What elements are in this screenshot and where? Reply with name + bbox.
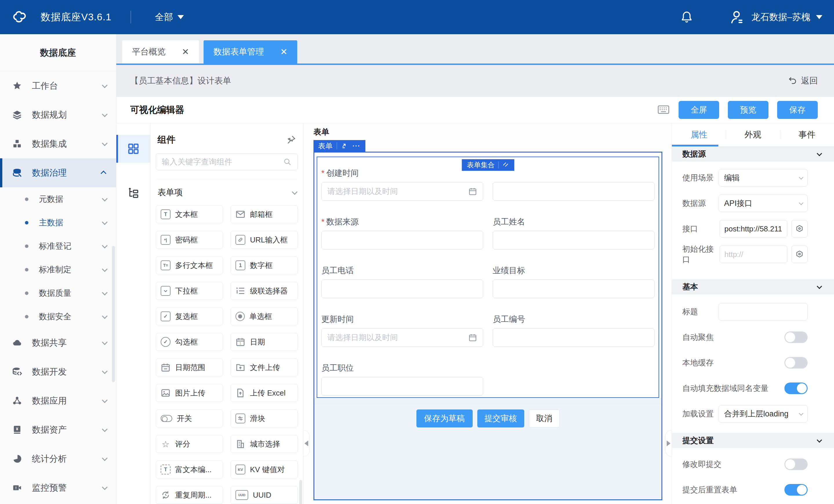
sidebar-subitem-standard-setting[interactable]: 标准制定 bbox=[0, 258, 116, 281]
form-selection-tag[interactable]: 表单 ⋯ bbox=[313, 140, 365, 152]
component-repeat-cycle[interactable]: 重复周期... bbox=[156, 486, 223, 504]
sidebar-scrollbar[interactable] bbox=[112, 246, 115, 382]
component-cascader[interactable]: 级联选择器 bbox=[231, 282, 298, 300]
sidebar-item-data-application[interactable]: 数据应用 bbox=[0, 386, 116, 415]
reset-after-submit-toggle[interactable] bbox=[784, 484, 808, 496]
scene-select[interactable]: 编辑 bbox=[719, 169, 808, 187]
sidebar-subitem-master-data[interactable]: 主数据 bbox=[0, 211, 116, 234]
cancel-button[interactable]: 取消 bbox=[529, 410, 560, 428]
component-password[interactable]: *|密码框 bbox=[156, 231, 223, 249]
sidebar-item-data-governance[interactable]: 数据治理 bbox=[0, 158, 116, 187]
component-search-input[interactable] bbox=[162, 157, 283, 167]
datasource-select[interactable]: API接口 bbox=[719, 195, 808, 212]
sidebar-item-monitoring[interactable]: ! 监控预警 bbox=[0, 473, 116, 502]
select-parent-icon[interactable] bbox=[341, 143, 348, 149]
sidebar-subitem-data-security[interactable]: 数据安全 bbox=[0, 305, 116, 328]
tab-attributes[interactable]: 属性 bbox=[672, 123, 726, 146]
sidebar-subitem-metadata[interactable]: 元数据 bbox=[0, 187, 116, 211]
tab-appearance[interactable]: 外观 bbox=[726, 123, 780, 146]
form-field-performance-target[interactable]: 业绩目标 bbox=[493, 266, 655, 298]
title-input[interactable] bbox=[719, 303, 808, 321]
init-api-settings-button[interactable] bbox=[791, 246, 808, 263]
submit-review-button[interactable]: 提交审核 bbox=[477, 410, 524, 428]
form-field-employee-id[interactable]: 员工编号 bbox=[493, 315, 655, 347]
employee-position-input[interactable] bbox=[321, 377, 483, 396]
form-field-unlabeled[interactable] bbox=[493, 169, 655, 201]
component-kv-pair[interactable]: KVKV 键值对 bbox=[231, 460, 298, 479]
tab-events[interactable]: 事件 bbox=[780, 123, 834, 146]
init-api-input[interactable] bbox=[720, 246, 787, 263]
component-rating[interactable]: ☆评分 bbox=[156, 435, 223, 453]
form-field-data-source[interactable]: *数据来源 bbox=[321, 218, 483, 249]
component-textbox[interactable]: T文本框 bbox=[156, 205, 223, 223]
section-basic[interactable]: 基本 bbox=[672, 279, 834, 294]
component-url-input[interactable]: URL输入框 bbox=[231, 231, 298, 249]
component-check-circle[interactable]: ✓勾选框 bbox=[156, 333, 223, 351]
component-slider[interactable]: 滑块 bbox=[231, 410, 298, 428]
component-number[interactable]: 1数字框 bbox=[231, 256, 298, 274]
save-button[interactable]: 保存 bbox=[777, 101, 818, 119]
user-name[interactable]: 龙石数据–苏槐 bbox=[751, 11, 810, 23]
back-button[interactable]: 返回 bbox=[788, 75, 818, 87]
section-submit[interactable]: 提交设置 bbox=[672, 433, 834, 448]
component-file-upload[interactable]: 文件上传 bbox=[231, 358, 298, 376]
collapse-left-handle[interactable] bbox=[303, 430, 310, 457]
autofill-toggle[interactable] bbox=[784, 382, 808, 394]
component-excel-upload[interactable]: 上传 Excel bbox=[231, 384, 298, 402]
component-rich-text[interactable]: T富文本编... bbox=[156, 460, 223, 479]
pin-icon[interactable] bbox=[286, 135, 296, 145]
sidebar-item-data-integration[interactable]: 数据集成 bbox=[0, 129, 116, 158]
sidebar-subitem-data-quality[interactable]: 数据质量 bbox=[0, 281, 116, 305]
tab-platform-overview[interactable]: 平台概览 ✕ bbox=[122, 40, 199, 64]
sidebar-subitem-standard-registration[interactable]: 标准登记 bbox=[0, 234, 116, 258]
save-draft-button[interactable]: 保存为草稿 bbox=[416, 410, 473, 428]
performance-target-input[interactable] bbox=[493, 280, 655, 298]
fullscreen-button[interactable]: 全屏 bbox=[679, 101, 719, 119]
sidebar-item-data-development[interactable]: 数据开发 bbox=[0, 357, 116, 386]
employee-name-input[interactable] bbox=[493, 231, 655, 249]
keyboard-icon[interactable] bbox=[657, 104, 670, 115]
component-checkbox[interactable]: ✓复选框 bbox=[156, 307, 223, 325]
employee-phone-input[interactable] bbox=[321, 280, 483, 298]
api-url-input[interactable] bbox=[720, 220, 787, 238]
component-uuid[interactable]: UUIDUUID bbox=[231, 486, 298, 504]
rail-outline-tab[interactable] bbox=[116, 179, 150, 207]
form-field-update-time[interactable]: 更新时间 请选择日期以及时间 bbox=[321, 315, 483, 347]
update-time-datetime-input[interactable]: 请选择日期以及时间 bbox=[321, 328, 483, 347]
more-icon[interactable]: ⋯ bbox=[352, 144, 361, 147]
close-icon[interactable]: ✕ bbox=[182, 48, 189, 56]
close-icon[interactable]: ✕ bbox=[280, 48, 287, 56]
form-field-create-time[interactable]: *创建时间 请选择日期以及时间 bbox=[321, 169, 483, 201]
collapse-right-handle[interactable] bbox=[665, 430, 672, 457]
components-scrollbar[interactable] bbox=[299, 480, 302, 504]
employee-id-input[interactable] bbox=[493, 328, 655, 347]
sidebar-item-data-assets[interactable]: ¥ 数据资产 bbox=[0, 415, 116, 444]
api-settings-button[interactable] bbox=[791, 220, 808, 238]
sidebar-item-statistics[interactable]: 统计分析 bbox=[0, 444, 116, 473]
sidebar-item-data-planning[interactable]: 数据规划 bbox=[0, 100, 116, 129]
section-datasource[interactable]: 数据源 bbox=[672, 147, 834, 161]
user-avatar-icon[interactable] bbox=[729, 9, 744, 25]
collection-icon[interactable] bbox=[502, 161, 509, 169]
scope-dropdown[interactable]: 全部 bbox=[155, 11, 184, 23]
sidebar-item-data-sharing[interactable]: 数据共享 bbox=[0, 328, 116, 357]
form-field-employee-phone[interactable]: 员工电话 bbox=[321, 266, 483, 298]
component-city-select[interactable]: 城市选择 bbox=[231, 435, 298, 453]
tab-data-form-management[interactable]: 数据表单管理 ✕ bbox=[203, 40, 297, 64]
sidebar-item-workbench[interactable]: 工作台 bbox=[0, 71, 116, 100]
component-image-upload[interactable]: 图片上传 bbox=[156, 384, 223, 402]
component-switch[interactable]: 开关 bbox=[156, 410, 223, 428]
component-date-range[interactable]: 日期范围 bbox=[156, 358, 223, 376]
group-form-items[interactable]: 表单项 bbox=[156, 187, 298, 198]
component-textarea[interactable]: T=多行文本框 bbox=[156, 256, 223, 274]
component-radio[interactable]: 单选框 bbox=[231, 307, 298, 325]
submit-on-change-toggle[interactable] bbox=[784, 458, 808, 470]
autofocus-toggle[interactable] bbox=[784, 331, 808, 343]
component-dropdown[interactable]: 下拉框 bbox=[156, 282, 223, 300]
notification-bell-icon[interactable] bbox=[680, 10, 693, 24]
component-date[interactable]: 1日期 bbox=[231, 333, 298, 351]
form-collection-tag[interactable]: 表单集合 bbox=[462, 159, 514, 171]
rail-components-tab[interactable] bbox=[116, 135, 150, 163]
selected-form-container[interactable]: 表单集合 *创建时间 请选择日期以及时间 bbox=[313, 152, 662, 500]
create-time-datetime-input[interactable]: 请选择日期以及时间 bbox=[321, 182, 483, 201]
